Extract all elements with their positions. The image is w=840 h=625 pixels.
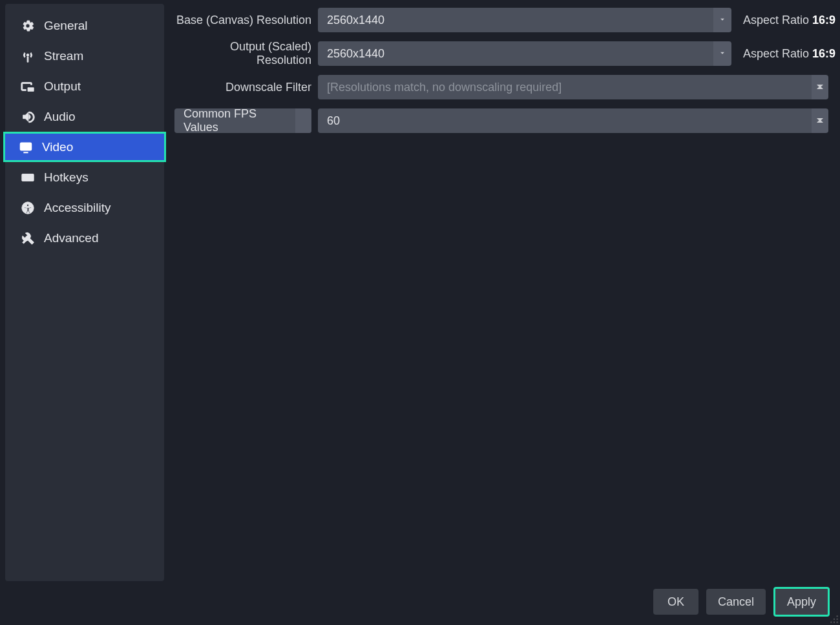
speaker-icon: [21, 110, 35, 124]
resize-grip-icon[interactable]: [830, 615, 839, 624]
tools-icon: [21, 231, 35, 245]
fps-value-combo[interactable]: [318, 108, 828, 133]
sidebar-item-label: Video: [42, 140, 73, 154]
accessibility-icon: [21, 201, 35, 215]
downscale-filter-combo[interactable]: [318, 75, 828, 99]
sidebar-item-video[interactable]: Video: [3, 132, 166, 162]
chevron-down-icon: [718, 15, 727, 26]
fps-mode-select[interactable]: Common FPS Values: [174, 108, 311, 133]
sidebar-item-output[interactable]: Output: [5, 71, 164, 101]
sidebar-item-label: Audio: [44, 110, 76, 124]
sidebar-item-label: Accessibility: [44, 201, 110, 215]
svg-point-5: [837, 619, 838, 620]
sidebar-item-hotkeys[interactable]: Hotkeys: [5, 162, 164, 192]
svg-point-3: [26, 204, 28, 206]
sidebar-item-label: Output: [44, 79, 81, 94]
svg-point-7: [837, 622, 838, 623]
downscale-filter-row: Downscale Filter: [174, 75, 828, 99]
output-icon: [21, 79, 35, 94]
base-aspect-ratio: Aspect Ratio 16:9: [738, 14, 828, 27]
fps-row: Common FPS Values: [174, 108, 828, 133]
monitor-icon: [19, 140, 33, 154]
svg-point-4: [837, 615, 838, 617]
base-resolution-input[interactable]: [318, 8, 713, 32]
dialog-footer: OK Cancel Apply: [0, 585, 840, 625]
svg-point-8: [834, 622, 835, 623]
base-resolution-label: Base (Canvas) Resolution: [174, 14, 311, 27]
output-resolution-label: Output (Scaled) Resolution: [174, 40, 311, 67]
cancel-button[interactable]: Cancel: [706, 589, 766, 615]
fps-mode-label: Common FPS Values: [184, 107, 291, 134]
output-resolution-input[interactable]: [318, 41, 713, 66]
keyboard-icon: [21, 170, 35, 185]
gear-icon: [21, 19, 35, 33]
antenna-icon: [21, 49, 35, 63]
chevron-down-icon: [817, 121, 823, 135]
downscale-filter-spin[interactable]: [812, 75, 828, 99]
fps-value-input[interactable]: [318, 108, 812, 133]
apply-button[interactable]: Apply: [773, 587, 830, 617]
sidebar-item-advanced[interactable]: Advanced: [5, 223, 164, 253]
downscale-filter-value: [318, 75, 812, 99]
chevron-down-icon: [817, 88, 823, 101]
ok-button[interactable]: OK: [653, 589, 698, 615]
chevron-down-icon: [718, 48, 727, 59]
svg-rect-0: [21, 143, 32, 150]
output-resolution-row: Output (Scaled) Resolution Aspect Ratio …: [174, 41, 828, 66]
svg-point-6: [834, 619, 835, 620]
sidebar-item-accessibility[interactable]: Accessibility: [5, 192, 164, 223]
sidebar-item-label: Advanced: [44, 231, 99, 245]
sidebar-item-label: Stream: [44, 49, 83, 63]
sidebar-item-label: Hotkeys: [44, 170, 89, 185]
output-resolution-combo[interactable]: [318, 41, 731, 66]
sidebar-item-stream[interactable]: Stream: [5, 41, 164, 71]
video-settings-panel: Base (Canvas) Resolution Aspect Ratio 16…: [168, 0, 840, 585]
base-resolution-combo[interactable]: [318, 8, 731, 32]
sidebar-item-general[interactable]: General: [5, 10, 164, 41]
output-aspect-ratio: Aspect Ratio 16:9: [738, 47, 828, 61]
sidebar-item-label: General: [44, 19, 88, 33]
base-resolution-row: Base (Canvas) Resolution Aspect Ratio 16…: [174, 8, 828, 32]
settings-sidebar: General Stream Output Audio Video: [5, 4, 164, 581]
fps-mode-spin[interactable]: [295, 108, 311, 133]
downscale-filter-label: Downscale Filter: [174, 81, 311, 94]
output-resolution-dropdown-button[interactable]: [713, 41, 731, 66]
svg-point-9: [830, 622, 832, 623]
settings-window: General Stream Output Audio Video: [0, 0, 840, 585]
base-resolution-dropdown-button[interactable]: [713, 8, 731, 32]
sidebar-item-audio[interactable]: Audio: [5, 101, 164, 132]
fps-value-spin[interactable]: [812, 108, 828, 133]
